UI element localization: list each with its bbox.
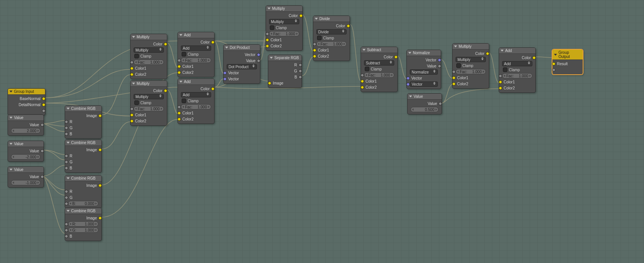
output-socket[interactable] [486,52,489,55]
output-socket[interactable] [40,149,44,153]
node-mixrgb-subtract[interactable]: Subtract Color Subtract Clamp Fac:1.000 … [361,47,398,92]
output-socket[interactable] [438,64,441,68]
collapse-icon[interactable] [132,36,135,38]
blend-mode-dropdown[interactable]: Add [181,92,211,97]
collapse-icon[interactable] [179,34,182,36]
input-socket[interactable] [499,74,502,78]
input-socket[interactable] [177,71,181,74]
collapse-icon[interactable] [132,83,135,85]
output-socket[interactable] [98,148,102,152]
vector-dropdown[interactable]: Vector [410,81,438,87]
collapse-icon[interactable] [362,49,366,51]
input-socket[interactable] [266,32,269,36]
collapse-icon[interactable] [67,210,70,212]
value-field[interactable]: -2.000 [11,154,40,160]
input-socket[interactable] [499,86,502,90]
blend-mode-dropdown[interactable]: Multiply [134,94,164,99]
node-mixrgb-divide[interactable]: Divide Color Divide Clamp Fac:1.000 Colo… [313,16,350,61]
value-field[interactable]: G:1.000 [68,227,98,233]
input-socket[interactable] [406,83,410,86]
node-group-output[interactable]: Group Output Result [552,49,583,75]
node-mixrgb-add[interactable]: Add Color Add Clamp Fac:1.000 Color1 Col… [177,78,215,124]
blend-mode-dropdown[interactable]: Add [181,45,211,51]
input-socket[interactable] [65,120,68,124]
node-vector-math-normalize[interactable]: Normalize Vector Value Normalize Vector … [406,50,441,89]
input-socket[interactable] [130,113,134,117]
node-header[interactable]: Separate RGB [268,55,302,61]
node-header[interactable]: Value [8,115,44,121]
input-socket[interactable] [361,74,364,77]
node-header[interactable]: Combine RGB [65,175,101,182]
node-combine-rgb[interactable]: Combine RGB Image R G B [65,139,102,173]
blend-mode-dropdown[interactable]: Divide [316,29,347,34]
node-header[interactable]: Dot Product [224,45,260,51]
node-value[interactable]: Value Value 2.000 [8,114,44,136]
output-socket[interactable] [40,175,44,178]
node-header[interactable]: Multiply [131,81,167,87]
value-field[interactable]: 2.000 [11,128,40,133]
node-header[interactable]: Multiply [131,34,167,40]
output-socket[interactable] [98,216,102,220]
operation-dropdown[interactable]: Dot Product [227,64,257,69]
node-header[interactable]: Combine RGB [65,106,101,112]
node-mixrgb-multiply[interactable]: Multiply Color Multiply Clamp Fac:1.000 … [266,5,303,51]
output-socket[interactable] [299,69,302,73]
clamp-checkbox[interactable] [270,25,274,30]
blend-mode-dropdown[interactable]: Add [502,61,532,66]
output-socket[interactable] [299,75,302,79]
node-header[interactable]: Value [8,141,44,147]
clamp-checkbox[interactable] [134,100,139,105]
output-socket[interactable] [439,102,442,105]
input-socket[interactable] [452,82,456,86]
node-separate-rgb[interactable]: Separate RGB R G B Image [268,55,302,88]
value-field[interactable]: 0.500 [411,107,439,112]
collapse-icon[interactable] [454,45,457,47]
node-mixrgb-add[interactable]: Add Color Add Clamp Fac:1.000 Color1 Col… [499,47,536,93]
collapse-icon[interactable] [315,18,318,20]
input-socket[interactable] [266,38,269,42]
clamp-checkbox[interactable] [134,54,139,58]
collapse-icon[interactable] [9,143,12,145]
input-socket[interactable] [65,190,68,193]
fac-field[interactable]: Fac:1.000 [364,72,394,78]
clamp-checkbox[interactable] [182,99,186,103]
value-field[interactable]: B:0.000 [68,201,98,206]
output-socket[interactable] [347,24,350,28]
operation-dropdown[interactable]: Normalize [410,69,438,75]
fac-field[interactable]: Fac:1.000 [134,106,164,111]
node-vector-math-dot[interactable]: Dot Product Vector Value Dot Product Vec… [223,44,260,84]
node-combine-rgb[interactable]: Combine RGB Image R G B [65,105,102,139]
output-socket[interactable] [299,63,302,67]
input-socket[interactable] [65,132,68,136]
collapse-icon[interactable] [67,108,70,110]
input-socket[interactable] [177,59,181,62]
blend-mode-dropdown[interactable]: Multiply [456,57,486,62]
collapse-icon[interactable] [501,50,504,52]
output-socket[interactable] [299,14,303,17]
output-socket[interactable] [42,97,45,100]
node-header[interactable]: Normalize [407,50,441,56]
node-header[interactable]: Group Output [552,50,583,60]
fac-field[interactable]: Fac:1.000 [502,73,532,78]
fac-field[interactable]: Fac:1.000 [134,59,164,65]
node-header[interactable]: Add [178,79,214,85]
clamp-checkbox[interactable] [365,67,369,71]
node-header[interactable]: Value [8,167,44,173]
fac-field[interactable]: Fac:1.000 [456,69,486,74]
output-socket[interactable] [211,41,215,44]
clamp-checkbox[interactable] [317,36,322,40]
input-socket[interactable] [65,154,68,158]
input-socket[interactable] [361,80,364,83]
output-socket[interactable] [438,58,441,62]
input-socket[interactable] [268,81,271,85]
node-value[interactable]: Value Value 0.500 [407,93,442,114]
input-socket[interactable] [130,119,134,123]
value-field[interactable]: -1.000 [11,180,40,185]
input-socket[interactable] [130,107,134,111]
clamp-checkbox[interactable] [456,63,461,68]
value-field[interactable]: R:1.000 [68,221,98,227]
fac-field[interactable]: Fac:1.000 [181,104,211,110]
fac-field[interactable]: Fac:1.000 [316,41,347,47]
collapse-icon[interactable] [9,169,12,171]
node-header[interactable]: Group Input [8,89,45,95]
